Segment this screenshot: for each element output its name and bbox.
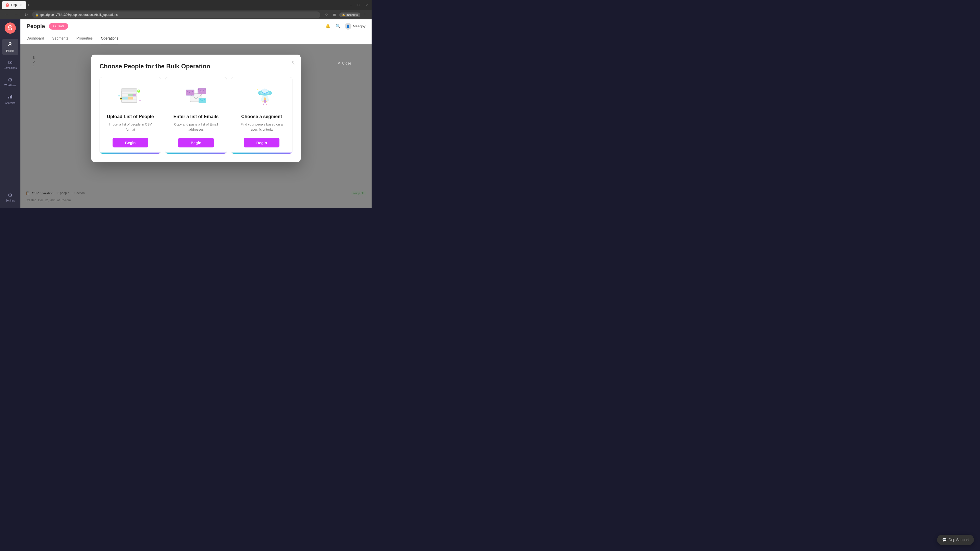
sidebar-item-campaigns[interactable]: ✉ Campaigns [2, 56, 18, 73]
user-info[interactable]: 👤 Meadjoy [345, 23, 366, 30]
svg-point-37 [273, 96, 274, 97]
begin-segment-button[interactable]: Begin [244, 138, 280, 148]
svg-rect-8 [121, 89, 137, 92]
settings-icon: ⚙ [8, 192, 13, 198]
more-options-icon[interactable]: ⋮ [361, 11, 369, 18]
browser-chrome: D Drip × + ─ ❐ ✕ [0, 0, 372, 10]
card-email-title: Enter a list of Emails [173, 114, 218, 119]
sidebar-item-people[interactable]: People [2, 39, 18, 55]
analytics-icon [7, 94, 13, 100]
search-icon[interactable]: 🔍 [334, 23, 342, 30]
active-tab[interactable]: D Drip × [2, 1, 26, 9]
sidebar-item-campaigns-label: Campaigns [4, 67, 17, 69]
win-maximize-btn[interactable]: ❐ [356, 2, 362, 8]
close-btn-label: ✕ [337, 61, 340, 65]
address-toolbar: ☆ ⊞ 🕵 Incognito ⋮ [323, 11, 369, 18]
sub-nav: Dashboard Segments Properties Operations [21, 33, 372, 44]
svg-point-34 [264, 97, 266, 100]
create-button[interactable]: + Create [49, 23, 68, 30]
card-email-desc: Copy and paste a list of Email addresses [170, 122, 221, 132]
app-logo [5, 22, 16, 34]
svg-point-1 [10, 27, 11, 28]
svg-point-3 [10, 43, 11, 44]
card-csv-title: Upload List of People [107, 114, 154, 119]
svg-rect-6 [11, 95, 12, 98]
card-csv-desc: Import a list of people in CSV format [105, 122, 156, 132]
sidebar: People ✉ Campaigns ⚙ Workflows Analytics… [0, 19, 21, 208]
email-illustration [181, 83, 211, 109]
svg-rect-24 [186, 90, 194, 95]
card-segment-desc: Find your people based on a specific cri… [236, 122, 287, 132]
sidebar-item-analytics-label: Analytics [5, 102, 15, 104]
user-name: Meadjoy [353, 24, 366, 28]
tab-segments[interactable]: Segments [52, 33, 68, 44]
svg-rect-35 [264, 100, 266, 103]
top-header: People + Create 🔔 🔍 👤 Meadjoy [21, 19, 372, 33]
svg-point-33 [266, 92, 268, 94]
svg-rect-4 [8, 97, 9, 98]
campaigns-icon: ✉ [8, 59, 13, 65]
svg-point-31 [262, 92, 264, 94]
csv-illustration [115, 83, 146, 109]
window-controls: ─ ❐ ✕ [348, 2, 369, 8]
win-minimize-btn[interactable]: ─ [348, 2, 354, 8]
sidebar-item-settings[interactable]: ⚙ Settings [2, 189, 18, 205]
star-icon[interactable]: ☆ [323, 11, 330, 18]
begin-email-button[interactable]: Begin [178, 138, 214, 148]
refresh-btn[interactable]: ↻ [22, 11, 30, 18]
avatar: 👤 [345, 23, 352, 30]
header-actions: 🔔 🔍 👤 Meadjoy [325, 23, 366, 30]
sidebar-item-people-label: People [6, 49, 14, 52]
tab-properties[interactable]: Properties [76, 33, 93, 44]
ssl-lock-icon: 🔒 [35, 13, 39, 17]
card-segment[interactable]: Choose a segment Find your people based … [231, 77, 293, 154]
workflows-icon: ⚙ [8, 77, 13, 83]
card-segment-title: Choose a segment [241, 114, 282, 119]
notifications-icon[interactable]: 🔔 [325, 23, 331, 30]
back-btn[interactable]: ← [3, 11, 10, 18]
address-bar-row: ← → ↻ 🔒 getdrip.com/7641396/people/opera… [0, 10, 372, 19]
new-tab-btn[interactable]: + [27, 3, 30, 8]
sidebar-item-workflows-label: Workflows [4, 84, 16, 87]
forward-btn[interactable]: → [13, 11, 20, 18]
sidebar-item-settings-label: Settings [6, 199, 15, 202]
tab-dashboard[interactable]: Dashboard [27, 33, 44, 44]
close-btn-area[interactable]: ✕ Close [337, 61, 351, 65]
tab-title: Drip [11, 3, 17, 7]
sidebar-item-workflows[interactable]: ⚙ Workflows [2, 73, 18, 90]
begin-csv-button[interactable]: Begin [113, 138, 148, 148]
card-email[interactable]: Enter a list of Emails Copy and paste a … [165, 77, 227, 154]
svg-rect-21 [118, 95, 120, 97]
url-text: getdrip.com/7641396/people/operations#bu… [40, 13, 118, 17]
cursor-indicator: ↖ [291, 60, 296, 66]
sidebar-item-analytics[interactable]: Analytics [2, 91, 18, 107]
svg-rect-17 [122, 97, 127, 100]
svg-rect-25 [199, 98, 206, 103]
svg-rect-15 [133, 94, 136, 97]
main-content: B P d ✕ Close Choose People for the Bulk… [21, 44, 372, 208]
modal: Choose People for the Bulk Operation ↖ [91, 55, 301, 162]
svg-point-38 [258, 97, 259, 97]
app-area: People ✉ Campaigns ⚙ Workflows Analytics… [0, 19, 372, 208]
cards-row: Upload List of People Import a list of p… [100, 77, 293, 154]
modal-overlay: ✕ Close Choose People for the Bulk Opera… [21, 44, 372, 208]
svg-point-20 [139, 100, 141, 101]
address-bar[interactable]: 🔒 getdrip.com/7641396/people/operations#… [32, 11, 320, 18]
incognito-label: Incognito [346, 13, 358, 16]
card-csv[interactable]: Upload List of People Import a list of p… [100, 77, 161, 154]
svg-point-36 [257, 89, 258, 90]
tab-favicon: D [6, 3, 9, 7]
win-close-btn[interactable]: ✕ [363, 2, 369, 8]
incognito-btn[interactable]: 🕵 Incognito [339, 13, 360, 17]
tab-close-btn[interactable]: × [19, 3, 22, 7]
incognito-icon: 🕵 [342, 13, 345, 17]
content-area: People + Create 🔔 🔍 👤 Meadjoy Dashboard … [21, 19, 372, 208]
svg-rect-16 [128, 97, 133, 100]
svg-point-32 [264, 93, 266, 94]
extensions-icon[interactable]: ⊞ [331, 11, 338, 18]
tab-bar: D Drip × + [2, 1, 345, 9]
svg-rect-5 [10, 96, 11, 98]
segment-illustration [246, 83, 277, 109]
tab-operations[interactable]: Operations [101, 33, 118, 44]
people-icon [7, 41, 13, 48]
